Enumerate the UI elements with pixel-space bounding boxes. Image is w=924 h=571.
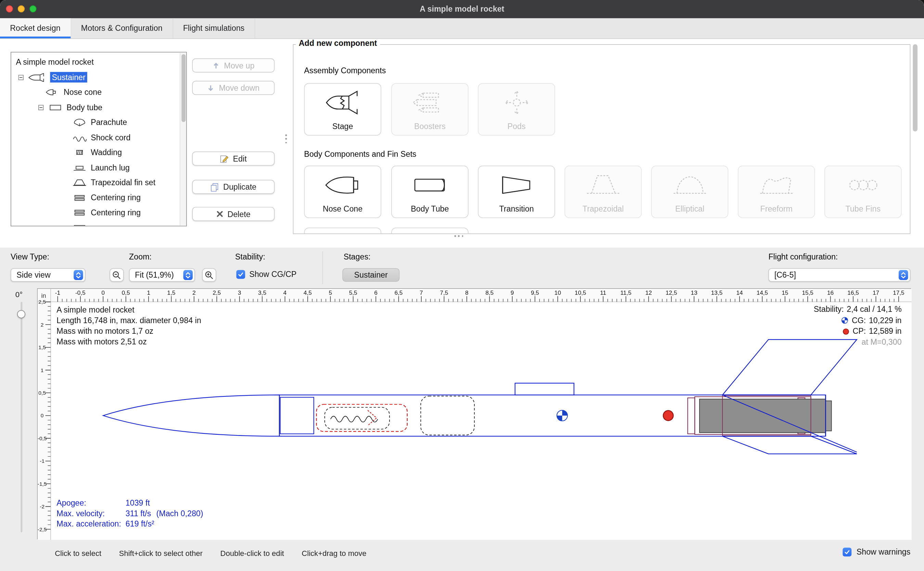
- svg-text:1,5: 1,5: [38, 344, 46, 350]
- hint-shift-click: Shift+click to select other: [119, 549, 203, 558]
- body-components-label: Body Components and Fin Sets: [304, 150, 416, 159]
- motor-shape[interactable]: [699, 399, 832, 433]
- svg-text:8: 8: [465, 289, 468, 296]
- svg-text:14,5: 14,5: [757, 289, 768, 296]
- tab-bar: Rocket design Motors & Configuration Fli…: [0, 18, 924, 39]
- show-warnings-group: Show warnings: [843, 548, 910, 557]
- centering-ring-icon: [72, 193, 86, 202]
- tree-item-trapezoidal-fin-set[interactable]: Trapezoidal fin set: [11, 175, 186, 190]
- component-button-body-tube[interactable]: Body Tube: [391, 166, 468, 218]
- component-label: Transition: [479, 205, 554, 214]
- status-hints: Click to select Shift+click to select ot…: [55, 549, 367, 558]
- select-stepper-icon: [74, 270, 83, 280]
- show-cgcp-checkbox-group: Show CG/CP: [236, 270, 296, 279]
- tree-item-parachute[interactable]: Parachute: [11, 115, 186, 130]
- svg-text:4,5: 4,5: [303, 289, 312, 296]
- tree-item-sustainer[interactable]: Sustainer: [11, 70, 186, 85]
- show-warnings-checkbox[interactable]: [843, 548, 852, 557]
- show-cgcp-checkbox[interactable]: [236, 270, 245, 279]
- svg-text:1: 1: [41, 367, 44, 373]
- tree-item-clipped[interactable]: [11, 220, 186, 226]
- tree-item-body-tube[interactable]: Body tube: [11, 100, 186, 115]
- component-label: Nose Cone: [305, 205, 380, 214]
- tree-item-centering-ring-2[interactable]: Centering ring: [11, 205, 186, 220]
- panel-scrollbar-thumb[interactable]: [913, 44, 918, 131]
- cp-legend-icon: [842, 327, 850, 335]
- duplicate-icon: [210, 182, 219, 191]
- select-stepper-icon: [899, 270, 908, 280]
- nose-cone-icon: [46, 88, 60, 97]
- launch-lug-shape[interactable]: [515, 383, 574, 395]
- cp-value: 12,589 in: [869, 326, 902, 337]
- collapse-handle-icon[interactable]: [18, 75, 23, 80]
- acceleration-value: 619 ft/s²: [126, 519, 154, 529]
- rotation-slider-knob[interactable]: [17, 310, 25, 318]
- tree-item-wadding[interactable]: Wadding: [11, 145, 186, 160]
- move-up-button: Move up: [192, 58, 274, 72]
- tab-rocket-design[interactable]: Rocket design: [0, 18, 71, 39]
- component-label: Freeform: [739, 205, 815, 214]
- delete-button[interactable]: Delete: [192, 207, 274, 221]
- tree-scrollbar-thumb[interactable]: [181, 54, 185, 122]
- show-cgcp-label: Show CG/CP: [249, 270, 296, 279]
- component-button-clipped-1[interactable]: [304, 228, 382, 234]
- panel-scrollbar[interactable]: [913, 44, 918, 234]
- tree-item-centering-ring-1[interactable]: Centering ring: [11, 190, 186, 205]
- ruler-unit-label: in: [42, 292, 46, 299]
- tree-item-root[interactable]: A simple model rocket: [11, 55, 186, 70]
- component-button-clipped-2[interactable]: [391, 228, 468, 234]
- view-type-select[interactable]: Side view: [11, 268, 86, 282]
- svg-text:2: 2: [192, 289, 196, 296]
- rotation-slider-track[interactable]: [20, 302, 22, 532]
- boosters-icon: [392, 88, 468, 117]
- zoom-select[interactable]: Fit (51,9%): [129, 268, 195, 282]
- edit-button[interactable]: Edit: [192, 152, 274, 166]
- elliptical-fin-icon: [651, 171, 728, 199]
- component-label: Body Tube: [392, 205, 468, 214]
- zoom-in-button[interactable]: [202, 268, 216, 282]
- zoom-in-icon: [205, 270, 214, 280]
- select-stepper-icon: [183, 270, 193, 280]
- tree-item-launch-lug[interactable]: Launch lug: [11, 160, 186, 175]
- tab-flight-simulations[interactable]: Flight simulations: [173, 18, 255, 39]
- component-button-transition[interactable]: Transition: [478, 166, 555, 218]
- svg-text:-0,5: -0,5: [75, 289, 86, 296]
- flight-configuration-select[interactable]: [C6-5]: [768, 268, 910, 282]
- collapse-handle-icon[interactable]: [38, 105, 43, 110]
- freeform-fin-icon: [739, 171, 815, 199]
- tree-scrollbar[interactable]: [180, 52, 186, 225]
- svg-text:-0,5: -0,5: [38, 435, 46, 441]
- body-tube-icon: [392, 171, 468, 199]
- horizontal-splitter-handle[interactable]: [454, 235, 464, 237]
- stages-label: Stages:: [343, 252, 371, 261]
- svg-text:11: 11: [600, 289, 607, 296]
- view-type-value: Side view: [17, 270, 50, 279]
- tree-item-nose-cone[interactable]: Nose cone: [11, 85, 186, 100]
- tree-item-label: Wadding: [91, 148, 122, 157]
- wadding-icon: [72, 148, 86, 157]
- titlebar: A simple model rocket: [0, 0, 924, 18]
- duplicate-button[interactable]: Duplicate: [192, 180, 274, 194]
- component-button-stage[interactable]: Stage: [304, 83, 382, 136]
- cp-caption: CP:: [853, 326, 866, 337]
- svg-text:1,5: 1,5: [167, 289, 176, 296]
- svg-text:8,5: 8,5: [485, 289, 493, 296]
- tree-item-label: Centering ring: [91, 208, 141, 217]
- assembly-components-label: Assembly Components: [304, 66, 386, 75]
- tree-item-shock-cord[interactable]: Shock cord: [11, 130, 186, 145]
- svg-text:15,5: 15,5: [802, 289, 813, 296]
- component-label: Pods: [479, 122, 554, 131]
- zoom-out-icon: [112, 270, 122, 280]
- panel-splitter-handle[interactable]: [285, 134, 287, 144]
- tab-motors-configuration[interactable]: Motors & Configuration: [71, 18, 173, 39]
- component-button-freeform: Freeform: [738, 166, 815, 218]
- component-button-nose-cone[interactable]: Nose Cone: [304, 166, 382, 218]
- stage-toggle-sustainer[interactable]: Sustainer: [342, 268, 399, 282]
- svg-text:15: 15: [782, 289, 788, 296]
- svg-text:0,5: 0,5: [122, 289, 130, 296]
- zoom-out-button[interactable]: [109, 268, 123, 282]
- rocket-icon: [28, 73, 46, 82]
- add-component-panel: Assembly Components Stage Boosters Pods …: [293, 44, 911, 234]
- svg-text:2,5: 2,5: [38, 299, 46, 305]
- hint-double-click: Double-click to edit: [220, 549, 284, 558]
